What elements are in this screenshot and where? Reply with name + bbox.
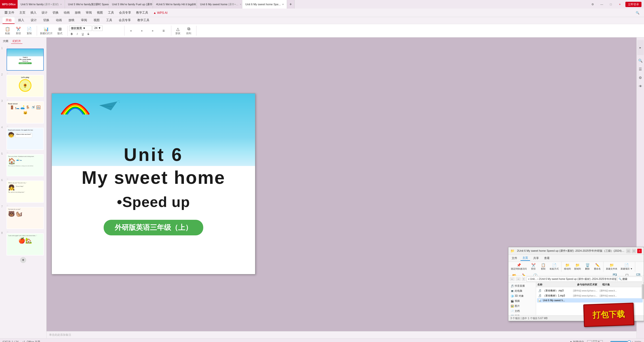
slide-thumb-4[interactable]: 4 ☆ Read and answer. An apple for two 🧒 … [1, 125, 45, 150]
add-slide-btn[interactable]: + [20, 257, 26, 263]
font-family-selector[interactable]: 微软雅黑 ▼ [69, 26, 92, 31]
slide-thumb-img-6[interactable]: "Where are you? You are in my..." 👧 "Oh … [7, 181, 44, 203]
tab-add[interactable]: + [287, 0, 295, 9]
arrange-btn[interactable]: ⧉排列 [184, 25, 194, 36]
align-center-btn[interactable]: ≡ [137, 29, 147, 33]
close-btn[interactable]: × [616, 1, 623, 8]
slide-thumb-img-4[interactable]: Read and answer. An apple for two 🧒 Wher… [7, 128, 44, 150]
tab-6-active[interactable]: Unit 6 My sweet home Spe...× [242, 0, 287, 9]
menu-design[interactable]: 设计 [39, 10, 50, 16]
fe-back-btn[interactable]: ← [510, 277, 515, 281]
smart-optimize[interactable]: ✦智慧优化 [570, 340, 584, 342]
slide-thumb-3[interactable]: 3 ☆ Read aloud 🚪🛏️🛋️ 🪑🚿🪟 🐱 [1, 99, 45, 123]
fe-new-folder-btn[interactable]: 📁新建文件夹 [605, 262, 619, 271]
fe-paste-mode-btn[interactable]: 📄粘贴方式 [548, 262, 560, 271]
fe-copy-to-btn[interactable]: 📁复制到 [573, 262, 582, 271]
fe-cut-btn[interactable]: ✂️剪切 [529, 262, 538, 271]
slide-thumb-1[interactable]: 1 ☆ Unit 6 My sweet home •Speed up 外研版英语… [1, 46, 45, 71]
right-sidebar-btn-4[interactable]: ⚙ [637, 75, 643, 81]
panel-tab-slides[interactable]: 幻灯片 [11, 39, 22, 44]
zoom-thumb[interactable] [627, 340, 631, 342]
right-sidebar-btn-5[interactable]: 👁 [637, 83, 643, 89]
reading-view-btn[interactable]: ▶ [598, 340, 603, 342]
ribbon-tab-vip[interactable]: 会员专享 [116, 17, 134, 24]
slide-thumb-img-3[interactable]: Read aloud 🚪🛏️🛋️ 🪑🚿🪟 🐱 [7, 101, 44, 123]
scrollbar-thumb[interactable] [642, 284, 644, 299]
ribbon-tab-transition[interactable]: 切换 [40, 17, 52, 24]
notes-area[interactable]: 单击此处添加备注 [47, 331, 636, 338]
fe-sidebar-pc[interactable]: 💻此电脑 [509, 288, 535, 293]
ribbon-copy-btn[interactable]: 📄复制 [24, 25, 34, 36]
fe-sidebar-douyin[interactable]: 🎵抖音直播 [509, 283, 535, 288]
fe-breadcrumb[interactable]: « Unit... › 2Unit 6 My sweet home Speed … [527, 277, 616, 282]
file-item-3[interactable]: 📊 Unit 6 My sweet h... [537, 298, 643, 303]
menu-vip[interactable]: 会员专享 [116, 10, 134, 16]
ribbon-paste-btn[interactable]: 📋粘贴 [3, 25, 13, 36]
menu-slideshow[interactable]: 放映 [72, 10, 83, 16]
ribbon-tab-animation[interactable]: 动画 [53, 17, 65, 24]
ribbon-cut-btn[interactable]: ✂️剪切 [13, 25, 23, 36]
bold-btn[interactable]: B [69, 32, 74, 36]
download-banner[interactable]: 打包下载 [583, 303, 634, 327]
fe-pin-btn[interactable]: 📌固定到快速访问 [510, 262, 528, 271]
fe-move-btn[interactable]: 📁移动到 [563, 262, 572, 271]
menu-review[interactable]: 审阅 [83, 10, 94, 16]
tab-4[interactable]: 4Unit 5 We're family Hit it big&W...× [153, 0, 197, 9]
menu-file[interactable]: ☰ 文件 [2, 10, 17, 16]
menu-home[interactable]: 主页 [17, 10, 28, 16]
search-icon[interactable]: 🔍 [633, 10, 642, 16]
right-sidebar-btn-2[interactable]: 🔍 [637, 58, 643, 64]
menu-insert[interactable]: 插入 [28, 10, 39, 16]
fe-rename-btn[interactable]: ✏️重命名 [593, 262, 602, 271]
ribbon-tab-design[interactable]: 设计 [28, 17, 40, 24]
slide-thumb-7[interactable]: 7 ☆ "No home for us now!" 🐻🐿️ [1, 204, 45, 229]
ribbon-tab-teaching[interactable]: 教学工具 [134, 17, 152, 24]
fe-sidebar-video[interactable]: 🎬视频 [509, 298, 535, 304]
grid-view-btn[interactable] [593, 340, 597, 342]
ribbon-tab-review[interactable]: 审阅 [78, 17, 90, 24]
ribbon-tab-insert[interactable]: 插入 [15, 17, 27, 24]
slide-thumb-img-5[interactable]: This is my home. A bedroom and a living … [7, 154, 44, 176]
fe-sidebar-pictures[interactable]: 🖼️图片 [509, 304, 535, 309]
italic-btn[interactable]: I [75, 32, 80, 36]
align-left-btn[interactable]: ≡ [126, 29, 136, 33]
tab-3[interactable]: Unit 5 We're family Fuel up (课件× [109, 0, 153, 9]
ribbon-tab-home[interactable]: 开始 [3, 17, 15, 24]
wps-logo[interactable]: WPS Office [0, 0, 18, 9]
strikethrough-btn[interactable]: S [86, 32, 91, 36]
ribbon-tab-slideshow[interactable]: 放映 [65, 17, 77, 24]
align-right-btn[interactable]: ≡ [148, 29, 158, 33]
panel-tab-outline[interactable]: 大纲 [1, 39, 10, 44]
slide-thumb-2[interactable]: 2 ☆ Let's play 🌻 [1, 72, 45, 97]
fe-maximize-btn[interactable]: □ [632, 249, 636, 253]
fe-search-box[interactable]: 🔍 搜索 [617, 277, 642, 282]
menu-wpsai[interactable]: ▲ WPS AI [151, 10, 170, 16]
login-button[interactable]: 立即登录 [625, 2, 641, 7]
shape-btn[interactable]: △形状 [173, 25, 183, 36]
bullet-list-btn[interactable]: ☰ [158, 29, 169, 33]
ribbon-layout-btn[interactable]: ⊞版式 [55, 25, 65, 36]
fe-tab-view[interactable]: 查看 [542, 256, 552, 261]
fe-tab-file[interactable]: 文件 [510, 256, 519, 261]
menu-view[interactable]: 视图 [94, 10, 105, 16]
menu-transition[interactable]: 切换 [50, 10, 61, 16]
zoom-in-btn[interactable]: + [631, 340, 633, 342]
fe-sidebar-3d[interactable]: 🧊3D 对象 [509, 293, 535, 298]
fe-delete-btn[interactable]: 🗑️删除 [583, 262, 592, 271]
menu-animation[interactable]: 动画 [61, 10, 72, 16]
fe-up-btn[interactable]: ↑ [522, 277, 526, 281]
slide-thumb-8[interactable]: 8 ☆ "Look at the apple! Let's make a new… [1, 231, 45, 255]
settings-icon[interactable]: ⚙ [589, 1, 596, 8]
right-sidebar-btn-3[interactable]: ☰ [637, 66, 643, 72]
fe-sidebar-docs[interactable]: 📄文档 [509, 309, 535, 314]
fe-minimize-btn[interactable]: — [626, 249, 631, 253]
slide-thumb-img-1[interactable]: Unit 6 My sweet home •Speed up 外研版英语三年级（… [7, 49, 44, 71]
ribbon-new-slide-btn[interactable]: 📊新建幻灯片 [38, 25, 54, 36]
minimize-btn[interactable]: — [598, 1, 605, 8]
slide-thumb-img-2[interactable]: Let's play 🌻 [7, 75, 44, 97]
slide-thumb-img-8[interactable]: "Look at the apple! Let's make a new hom… [7, 233, 44, 255]
zoom-slider[interactable] [610, 341, 630, 342]
tab-2[interactable]: Unit 5 We're family第2课时 Speed× [65, 0, 109, 9]
file-item-1[interactable]: 🎵 （算你教材）.mp3 [课件站] www.kjzhan.c... [课件站]… [537, 288, 643, 293]
fe-copy-btn[interactable]: 📋复制 [539, 262, 548, 271]
